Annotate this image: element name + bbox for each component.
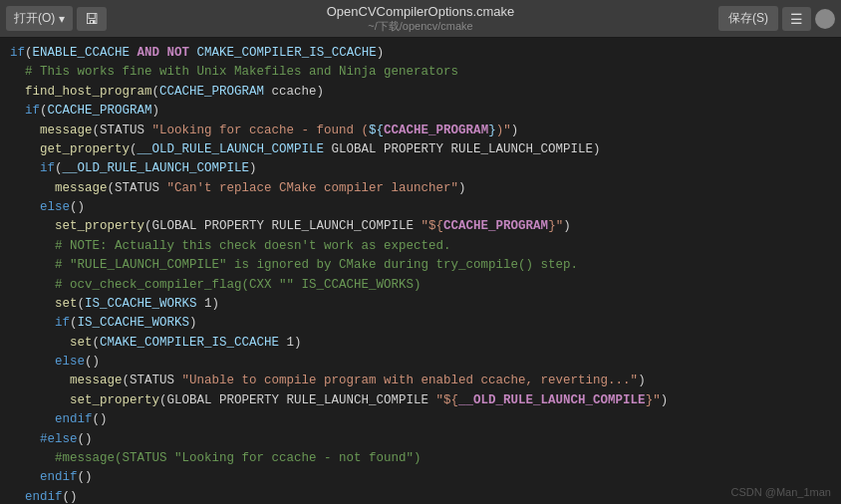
save-button[interactable]: 保存(S) xyxy=(718,6,778,31)
code-line-11: # NOTE: Actually this check doesn't work… xyxy=(0,237,841,256)
titlebar-center: OpenCVCompilerOptions.cmake ~/下载/opencv/… xyxy=(327,4,515,34)
file-title: OpenCVCompilerOptions.cmake xyxy=(327,4,515,19)
code-line-23: endif() xyxy=(0,468,841,487)
open-menu-button[interactable]: 打开(O) ▾ xyxy=(6,6,73,31)
code-line-7: if(__OLD_RULE_LAUNCH_COMPILE) xyxy=(0,159,841,178)
code-line-14: set(IS_CCACHE_WORKS 1) xyxy=(0,295,841,314)
circle-button[interactable] xyxy=(815,9,835,29)
code-line-8: message(STATUS "Can't replace CMake comp… xyxy=(0,179,841,198)
code-line-16: set(CMAKE_COMPILER_IS_CCACHE 1) xyxy=(0,334,841,353)
code-line-24: endif() xyxy=(0,488,841,504)
code-line-12: # "RULE_LAUNCH_COMPILE" is ignored by CM… xyxy=(0,256,841,275)
watermark-label: CSDN @Man_1man xyxy=(731,486,831,498)
code-line-9: else() xyxy=(0,198,841,217)
code-line-5: message(STATUS "Looking for ccache - fou… xyxy=(0,122,841,140)
code-line-15: if(IS_CCACHE_WORKS) xyxy=(0,314,841,333)
titlebar: 打开(O) ▾ 🖫 OpenCVCompilerOptions.cmake ~/… xyxy=(0,0,841,38)
code-line-17: else() xyxy=(0,353,841,372)
code-line-2: # This works fine with Unix Makefiles an… xyxy=(0,63,841,82)
code-line-1: if(ENABLE_CCACHE AND NOT CMAKE_COMPILER_… xyxy=(0,44,841,63)
code-line-21: #else() xyxy=(0,430,841,449)
code-editor[interactable]: if(ENABLE_CCACHE AND NOT CMAKE_COMPILER_… xyxy=(0,38,841,504)
code-line-22: #message(STATUS "Looking for ccache - no… xyxy=(0,449,841,468)
code-line-19: set_property(GLOBAL PROPERTY RULE_LAUNCH… xyxy=(0,391,841,410)
open-label: 打开(O) xyxy=(14,10,55,27)
code-line-20: endif() xyxy=(0,410,841,429)
menu-hamburger-button[interactable]: ☰ xyxy=(782,7,811,31)
code-line-4: if(CCACHE_PROGRAM) xyxy=(0,102,841,121)
titlebar-left: 打开(O) ▾ 🖫 xyxy=(0,6,107,31)
titlebar-right: 保存(S) ☰ xyxy=(718,6,841,31)
code-line-10: set_property(GLOBAL PROPERTY RULE_LAUNCH… xyxy=(0,217,841,236)
code-line-6: get_property(__OLD_RULE_LAUNCH_COMPILE G… xyxy=(0,140,841,159)
code-line-3: find_host_program(CCACHE_PROGRAM ccache) xyxy=(0,83,841,102)
code-line-13: # ocv_check_compiler_flag(CXX "" IS_CCAC… xyxy=(0,276,841,295)
file-path: ~/下载/opencv/cmake xyxy=(327,19,515,34)
file-icon-button[interactable]: 🖫 xyxy=(77,7,107,31)
code-line-18: message(STATUS "Unable to compile progra… xyxy=(0,372,841,390)
open-arrow: ▾ xyxy=(59,12,65,26)
